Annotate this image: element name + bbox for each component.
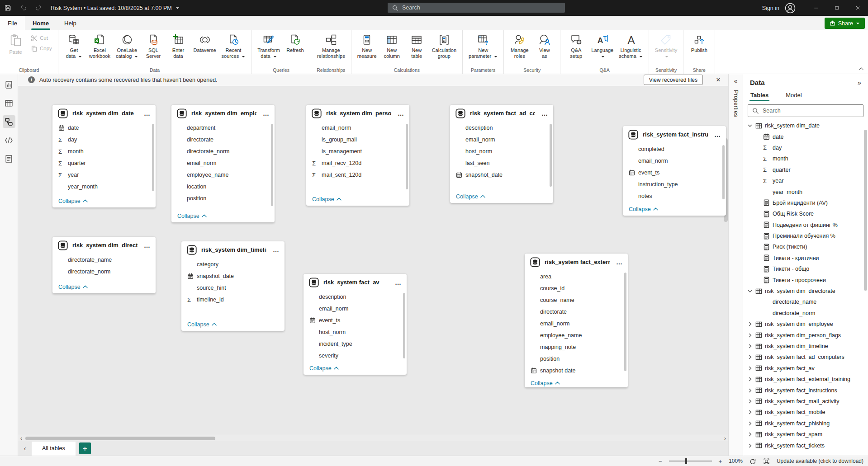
table-field[interactable]: email_norm [171, 157, 275, 169]
tab-all-tables[interactable]: All tables [32, 442, 76, 456]
collapse-link[interactable]: Collapse [171, 209, 275, 222]
data-tree-item[interactable]: risk_system fact_instructions [743, 385, 868, 395]
table-field[interactable]: notes [623, 190, 726, 202]
model-canvas[interactable]: risk_system dim_date…dateΣdayΣmonthΣquar… [18, 86, 728, 435]
data-tree-item[interactable]: Σquarter [743, 165, 868, 175]
data-tree-item[interactable]: Σyear [743, 175, 868, 186]
more-menu-icon[interactable]: … [712, 131, 721, 138]
refresh-button[interactable]: Refresh [283, 33, 308, 55]
table-field[interactable]: is_management [306, 146, 409, 157]
data-tree-item[interactable]: Брой инциденти (AV) [743, 198, 868, 208]
table-field[interactable]: is_group_mail [306, 134, 409, 146]
table-field[interactable]: email_norm [304, 303, 407, 315]
account-avatar-icon[interactable] [785, 3, 796, 14]
view-as-button[interactable]: Viewas [532, 33, 557, 61]
table-field[interactable]: host_norm [304, 326, 407, 338]
publish-button[interactable]: Publish [687, 33, 711, 55]
hscroll-thumb[interactable] [25, 437, 215, 440]
scroll-left-icon[interactable]: ‹ [18, 435, 24, 441]
collapse-link[interactable]: Collapse [306, 193, 409, 206]
properties-pane-collapsed[interactable]: « Properties [728, 74, 743, 456]
sign-in-link[interactable]: Sign in [762, 5, 779, 11]
table-field[interactable]: course_name [525, 294, 628, 306]
table-field[interactable]: position [171, 193, 275, 204]
zoom-slider[interactable] [669, 461, 712, 461]
manage-roles-button[interactable]: Manageroles [507, 33, 532, 61]
data-tree-item[interactable]: risk_system fact_phishing [743, 418, 868, 429]
table-field[interactable]: year_month [52, 181, 156, 193]
collapse-ribbon-icon[interactable] [859, 64, 863, 72]
collapse-link[interactable]: Collapse [52, 194, 156, 207]
scroll-right-icon[interactable]: › [722, 435, 728, 441]
model-table-card[interactable]: risk_system dim_person...…email_normis_g… [306, 105, 409, 206]
data-tree-item[interactable]: Тикети - общо [743, 264, 868, 274]
linguistic-schema-button[interactable]: ALinguisticschema [616, 33, 645, 61]
data-tree-item[interactable]: risk_system dim_date [743, 120, 868, 131]
canvas-hscrollbar[interactable]: ‹ › [18, 435, 728, 441]
table-field[interactable]: last_seen [450, 157, 553, 169]
table-field[interactable]: Σmail_recv_120d [306, 157, 409, 169]
chevron-right-icon[interactable] [748, 421, 755, 426]
chevron-right-icon[interactable] [748, 322, 755, 326]
chevron-right-icon[interactable] [748, 333, 755, 338]
data-tree-item[interactable]: Риск (тикети) [743, 241, 868, 252]
new-table-button[interactable]: Newtable [404, 33, 429, 61]
card-scrollbar[interactable] [624, 273, 626, 371]
onelake-catalog-button[interactable]: OneLakecatalog [113, 33, 141, 61]
data-tree-item[interactable]: Σmonth [743, 153, 868, 164]
chevron-right-icon[interactable] [748, 410, 755, 414]
minimize-button[interactable] [806, 0, 826, 16]
enter-data-button[interactable]: Enterdata [166, 33, 190, 61]
data-tree-item[interactable]: Тикети - просрочени [743, 274, 868, 285]
collapse-data-pane-icon[interactable]: » [858, 79, 861, 86]
model-table-card[interactable]: risk_system fact_extern...…areacourse_id… [525, 254, 628, 387]
data-tree-item[interactable]: year_month [743, 186, 868, 197]
data-pane-tab-tables[interactable]: Tables [750, 92, 768, 103]
model-table-card[interactable]: risk_system dim_directo...…directorate_n… [52, 237, 156, 293]
data-tree-item[interactable]: risk_system fact_ad_computers [743, 352, 868, 362]
table-field[interactable]: severity [304, 350, 407, 362]
report-view-button[interactable] [3, 78, 15, 91]
language-button[interactable]: ALanguage [588, 33, 616, 61]
collapse-link[interactable]: Collapse [525, 377, 628, 390]
refresh-status-icon[interactable] [749, 458, 756, 465]
data-tree-item[interactable]: directorate_name [743, 297, 868, 307]
table-field[interactable]: completed [623, 143, 726, 155]
table-field[interactable]: Σmail_sent_120d [306, 169, 409, 181]
chevron-down-icon[interactable] [748, 289, 755, 293]
collapse-link[interactable]: Collapse [181, 318, 285, 331]
table-field[interactable]: date [52, 122, 156, 134]
save-icon[interactable] [0, 0, 15, 16]
collapse-link[interactable]: Collapse [52, 280, 156, 293]
view-recovered-files-button[interactable]: View recovered files [644, 75, 703, 85]
new-tab-button[interactable]: + [79, 442, 91, 454]
more-menu-icon[interactable]: … [261, 110, 269, 117]
table-field[interactable]: email_norm [450, 134, 553, 146]
more-menu-icon[interactable]: … [393, 279, 401, 286]
data-tree-item[interactable]: Подведени от фишинг % [743, 220, 868, 231]
data-tree-item[interactable]: date [743, 131, 868, 142]
table-field[interactable]: employee_name [525, 329, 628, 341]
table-field[interactable]: Σmonth [52, 146, 156, 157]
table-field[interactable]: description [304, 291, 407, 303]
table-field[interactable]: Σyear [52, 169, 156, 181]
card-scrollbar[interactable] [722, 145, 725, 199]
data-tree-item[interactable]: Σday [743, 142, 868, 153]
table-field[interactable]: directorate [525, 306, 628, 318]
table-field[interactable]: directorate_norm [52, 266, 156, 278]
excel-workbook-button[interactable]: Excelworkbook [86, 33, 113, 61]
table-field[interactable]: position [525, 353, 628, 365]
model-table-card[interactable]: risk_system fact_instruc...…completedema… [623, 126, 726, 216]
data-tree-item[interactable]: risk_system fact_tickets [743, 440, 868, 451]
table-field[interactable]: area [525, 271, 628, 282]
new-measure-button[interactable]: Newmeasure [355, 33, 379, 61]
table-field[interactable]: location [171, 181, 275, 193]
table-field[interactable]: event_ts [304, 315, 407, 326]
data-pane-tab-model[interactable]: Model [786, 92, 802, 103]
table-field[interactable]: host_norm [450, 146, 553, 157]
table-field[interactable]: department [171, 122, 275, 134]
card-scrollbar[interactable] [406, 124, 408, 189]
chevron-right-icon[interactable] [748, 432, 755, 437]
model-table-card[interactable]: risk_system dim_emplo...…departmentdirec… [171, 105, 275, 222]
table-field[interactable]: category [181, 259, 285, 270]
